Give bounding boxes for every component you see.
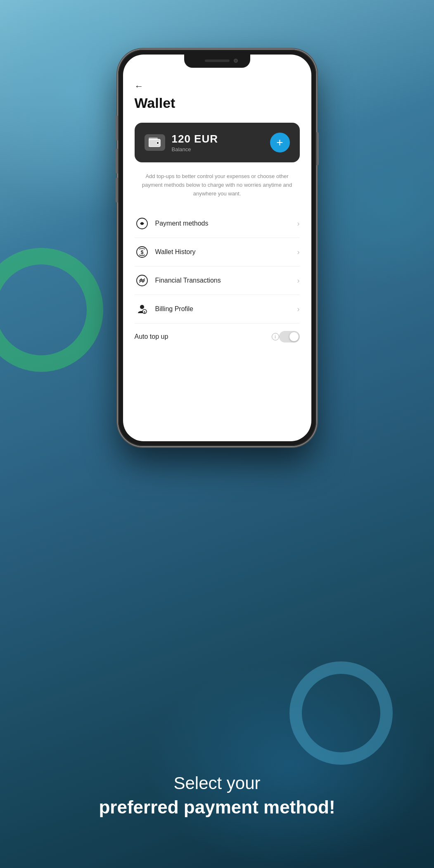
balance-amount: 120 EUR xyxy=(172,133,218,145)
payment-methods-label: Payment methods xyxy=(155,220,297,227)
bg-green-arc xyxy=(0,248,103,372)
menu-item-billing-profile[interactable]: $ Billing Profile › xyxy=(135,295,300,323)
menu-item-wallet-history[interactable]: $ Wallet History › xyxy=(135,238,300,266)
phone-screen: ← Wallet xyxy=(123,55,311,441)
bg-blob-2 xyxy=(310,124,434,289)
balance-left: 120 EUR Balance xyxy=(145,133,218,152)
bg-blob-3 xyxy=(145,661,434,868)
financial-transactions-label: Financial Transactions xyxy=(155,277,297,284)
menu-list: Payment methods › $ xyxy=(135,209,300,323)
balance-label: Balance xyxy=(172,146,218,152)
svg-point-5 xyxy=(141,222,143,225)
bg-teal-arc xyxy=(289,661,393,765)
payment-methods-icon xyxy=(135,216,149,231)
description-text: Add top-ups to better control your expen… xyxy=(135,172,300,198)
svg-text:$: $ xyxy=(140,250,143,255)
balance-card: 120 EUR Balance + xyxy=(135,123,300,162)
phone-frame: ← Wallet xyxy=(118,50,316,446)
menu-item-payment-methods[interactable]: Payment methods › xyxy=(135,209,300,238)
phone-wrapper: ← Wallet xyxy=(118,50,316,446)
wallet-icon-box xyxy=(145,134,165,151)
auto-topup-info-icon[interactable]: i xyxy=(272,333,279,340)
billing-profile-chevron: › xyxy=(297,305,300,314)
notch-speaker xyxy=(205,59,230,62)
auto-topup-toggle[interactable] xyxy=(279,331,300,342)
wallet-history-label: Wallet History xyxy=(155,248,297,256)
svg-text:$: $ xyxy=(144,311,145,314)
svg-point-9 xyxy=(140,305,144,309)
wallet-icon xyxy=(149,138,161,147)
menu-item-financial-transactions[interactable]: Financial Transactions › xyxy=(135,266,300,295)
notch-camera xyxy=(234,59,238,63)
auto-topup-row: Auto top up i xyxy=(135,323,300,350)
svg-point-8 xyxy=(137,275,147,286)
bottom-text-line2: preferred payment method! xyxy=(33,797,401,818)
toggle-thumb xyxy=(289,332,299,341)
svg-point-2 xyxy=(157,142,159,144)
billing-profile-label: Billing Profile xyxy=(155,305,297,313)
add-balance-button[interactable]: + xyxy=(270,133,290,152)
financial-transactions-icon xyxy=(135,273,149,288)
financial-transactions-chevron: › xyxy=(297,276,300,285)
auto-topup-label: Auto top up xyxy=(135,333,269,340)
bottom-text-section: Select your preferred payment method! xyxy=(0,773,434,818)
plus-icon: + xyxy=(276,137,283,148)
svg-rect-1 xyxy=(149,138,158,140)
bottom-text-line1: Select your xyxy=(33,773,401,793)
wallet-history-chevron: › xyxy=(297,248,300,257)
back-button[interactable]: ← xyxy=(135,81,144,92)
balance-info: 120 EUR Balance xyxy=(172,133,218,152)
payment-methods-chevron: › xyxy=(297,219,300,228)
wallet-history-icon: $ xyxy=(135,245,149,259)
page-title: Wallet xyxy=(135,95,300,111)
billing-profile-icon: $ xyxy=(135,302,149,316)
phone-notch xyxy=(184,55,250,68)
app-content: ← Wallet xyxy=(123,73,311,441)
